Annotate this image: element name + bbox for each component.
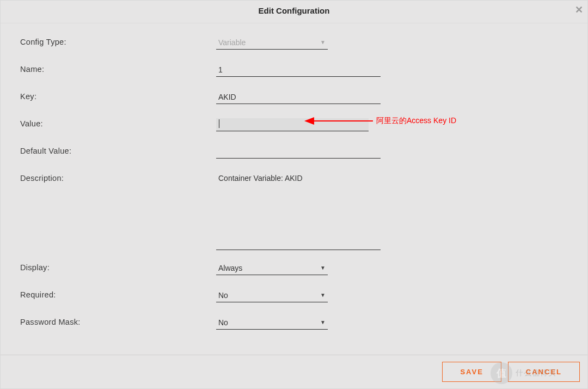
row-password-mask: Password Mask: No ▼ — [20, 317, 582, 330]
chevron-down-icon: ▼ — [320, 292, 326, 298]
label-description: Description: — [20, 173, 216, 183]
row-name: Name: — [20, 64, 582, 77]
label-required: Required: — [20, 289, 216, 299]
chevron-down-icon: ▼ — [320, 319, 326, 325]
form-area: Config Type: Variable ▼ Name: Key: V — [1, 23, 587, 330]
display-value: Always — [218, 264, 242, 272]
row-default-value: Default Value: — [20, 145, 582, 159]
label-key: Key: — [20, 91, 216, 101]
value-input[interactable] — [216, 118, 369, 131]
display-select[interactable]: Always ▼ — [216, 262, 328, 275]
cancel-button[interactable]: CANCEL — [508, 362, 580, 382]
row-key: Key: — [20, 91, 582, 104]
label-value: Value: — [20, 118, 216, 128]
required-select[interactable]: No ▼ — [216, 289, 328, 302]
edit-configuration-modal: Edit Configuration ✕ Config Type: Variab… — [0, 0, 588, 389]
close-icon[interactable]: ✕ — [575, 4, 583, 16]
row-display: Display: Always ▼ — [20, 262, 582, 275]
row-description: Description: — [20, 173, 582, 252]
default-value-input[interactable] — [216, 145, 381, 159]
config-type-select: Variable ▼ — [216, 37, 328, 50]
modal-footer: SAVE CANCEL — [1, 355, 587, 388]
row-value: Value: — [20, 118, 582, 131]
config-type-value: Variable — [218, 38, 246, 47]
label-config-type: Config Type: — [20, 37, 216, 46]
modal-title: Edit Configuration — [259, 6, 330, 15]
label-password-mask: Password Mask: — [20, 317, 216, 326]
label-default-value: Default Value: — [20, 145, 216, 155]
description-textarea[interactable] — [216, 173, 381, 250]
row-config-type: Config Type: Variable ▼ — [20, 37, 582, 50]
name-input[interactable] — [216, 64, 381, 77]
chevron-down-icon: ▼ — [320, 265, 326, 271]
chevron-down-icon: ▼ — [320, 39, 326, 45]
password-mask-select[interactable]: No ▼ — [216, 317, 328, 330]
row-required: Required: No ▼ — [20, 289, 582, 302]
modal-header: Edit Configuration ✕ — [1, 1, 587, 23]
save-button[interactable]: SAVE — [442, 362, 501, 382]
text-caret — [219, 119, 219, 128]
label-display: Display: — [20, 262, 216, 272]
password-mask-value: No — [218, 318, 228, 327]
label-name: Name: — [20, 64, 216, 74]
required-value: No — [218, 291, 228, 300]
key-input[interactable] — [216, 91, 381, 104]
